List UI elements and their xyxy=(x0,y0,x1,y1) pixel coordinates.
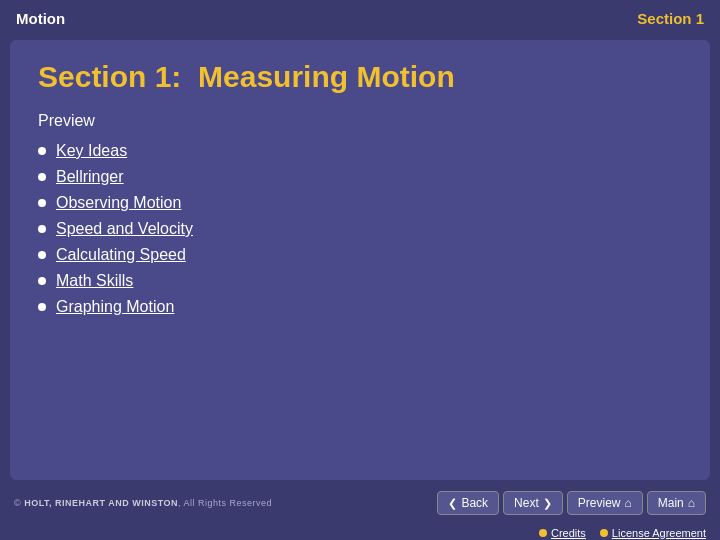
preview-home-icon: ⌂ xyxy=(624,496,631,510)
heading-yellow: Section 1: xyxy=(38,60,181,93)
app-title: Motion xyxy=(16,10,65,27)
next-arrow-icon: ❯ xyxy=(543,497,552,510)
top-bar: Motion Section 1 xyxy=(0,0,720,36)
key-ideas-link[interactable]: Key Ideas xyxy=(56,142,127,160)
preview-label: Preview xyxy=(38,112,682,130)
speed-velocity-link[interactable]: Speed and Velocity xyxy=(56,220,193,238)
math-skills-link[interactable]: Math Skills xyxy=(56,272,133,290)
heading-white: Measuring Motion xyxy=(198,60,455,93)
observing-motion-link[interactable]: Observing Motion xyxy=(56,194,181,212)
back-button[interactable]: ❮ Back xyxy=(437,491,499,515)
list-item: Math Skills xyxy=(38,268,682,294)
bottom-bar: © HOLT, RINEHART AND WINSTON, All Rights… xyxy=(0,484,720,522)
list-item: Calculating Speed xyxy=(38,242,682,268)
back-label: Back xyxy=(461,496,488,510)
list-item: Graphing Motion xyxy=(38,294,682,320)
main-label: Main xyxy=(658,496,684,510)
nav-buttons: ❮ Back Next ❯ Preview ⌂ Main ⌂ xyxy=(437,491,706,515)
credits-link[interactable]: Credits xyxy=(539,527,586,539)
bellringer-link[interactable]: Bellringer xyxy=(56,168,124,186)
preview-button[interactable]: Preview ⌂ xyxy=(567,491,643,515)
next-label: Next xyxy=(514,496,539,510)
next-button[interactable]: Next ❯ xyxy=(503,491,563,515)
main-button[interactable]: Main ⌂ xyxy=(647,491,706,515)
bullet-dot xyxy=(38,147,46,155)
list-item: Bellringer xyxy=(38,164,682,190)
list-item: Speed and Velocity xyxy=(38,216,682,242)
credits-label: Credits xyxy=(551,527,586,539)
license-link[interactable]: License Agreement xyxy=(600,527,706,539)
main-content-area: Section 1: Measuring Motion Preview Key … xyxy=(10,40,710,480)
section-label: Section 1 xyxy=(637,10,704,27)
bullet-dot xyxy=(38,199,46,207)
license-label: License Agreement xyxy=(612,527,706,539)
copyright-text: © HOLT, RINEHART AND WINSTON, All Rights… xyxy=(14,498,272,508)
graphing-motion-link[interactable]: Graphing Motion xyxy=(56,298,174,316)
list-item: Key Ideas xyxy=(38,138,682,164)
back-arrow-icon: ❮ xyxy=(448,497,457,510)
main-home-icon: ⌂ xyxy=(688,496,695,510)
preview-label-btn: Preview xyxy=(578,496,621,510)
license-dot xyxy=(600,529,608,537)
credits-dot xyxy=(539,529,547,537)
bullet-dot xyxy=(38,303,46,311)
section-heading: Section 1: Measuring Motion xyxy=(38,60,682,94)
bullet-dot xyxy=(38,251,46,259)
bottom-row: Credits License Agreement xyxy=(0,522,720,540)
bullet-list: Key Ideas Bellringer Observing Motion Sp… xyxy=(38,138,682,320)
bullet-dot xyxy=(38,277,46,285)
bullet-dot xyxy=(38,173,46,181)
calculating-speed-link[interactable]: Calculating Speed xyxy=(56,246,186,264)
bottom-credits: Credits License Agreement xyxy=(539,527,706,539)
list-item: Observing Motion xyxy=(38,190,682,216)
bullet-dot xyxy=(38,225,46,233)
